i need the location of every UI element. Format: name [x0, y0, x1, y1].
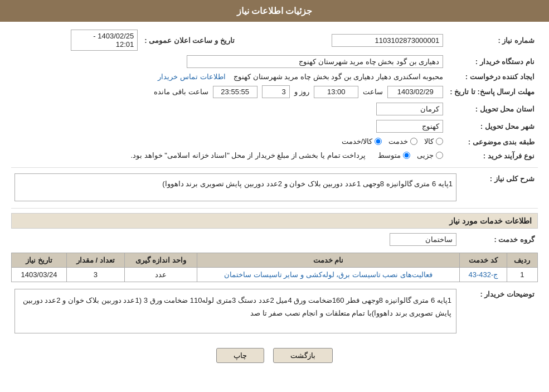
services-table-head: ردیف کد خدمت نام خدمت واحد اندازه گیری ت…	[12, 253, 538, 268]
process-radio-group: جزیی متوسط پرداخت تمام یا بخشی از مبلغ خ…	[130, 151, 443, 159]
divider-2	[11, 208, 538, 209]
deadline-time-row: 1403/02/29 ساعت 13:00 روز و 3 23:55:55 س…	[14, 85, 443, 98]
province-value: کرمان	[11, 100, 446, 118]
org-name-field: دهیاری بن گود بخش چاه مرید شهرستان کهنوج	[187, 55, 443, 68]
button-row: بازگشت چاپ	[11, 348, 538, 363]
process-jozi-radio[interactable]	[436, 152, 443, 159]
org-name-row: نام دستگاه خریدار : دهیاری بن گود بخش چا…	[11, 53, 538, 70]
service-group-value: ساختمان	[11, 231, 460, 248]
org-name-label: نام دستگاه خریدار :	[446, 53, 538, 70]
announce-field: 1403/02/25 - 12:01	[71, 30, 138, 51]
category-kala-khedmat-label: کالا/خدمت	[342, 137, 373, 146]
announce-label: تاریخ و ساعت اعلان عمومی :	[141, 27, 237, 53]
service-group-row: گروه خدمت : ساختمان	[11, 231, 538, 248]
city-value: کهنوج	[11, 118, 446, 135]
category-row: طبقه بندی موضوعی : کالا خدمت	[11, 135, 538, 149]
city-row: شهر محل تحویل : کهنوج	[11, 118, 538, 135]
services-section-title: اطلاعات خدمات مورد نیاز	[11, 213, 538, 229]
content-area: شماره نیاز : 1103102873000001 تاریخ و سا…	[0, 22, 549, 375]
process-jozi-label: جزیی	[417, 151, 434, 159]
service-group-label: گروه خدمت :	[460, 231, 538, 248]
category-khedmat: خدمت	[388, 137, 417, 146]
divider-1	[11, 167, 538, 168]
cell-date: 1403/03/24	[12, 268, 67, 282]
need-number-field: 1103102873000001	[332, 34, 443, 47]
city-field: کهنوج	[376, 120, 443, 133]
buyer-notes-table: توضیحات خریدار : 1پایه 6 متری گالوانیزه …	[11, 287, 538, 341]
org-name-value: دهیاری بن گود بخش چاه مرید شهرستان کهنوج	[11, 53, 446, 70]
category-options: کالا خدمت کالا/خدمت	[11, 135, 446, 149]
cell-row-num: 1	[507, 268, 537, 282]
buyer-notes-value: 1پایه 6 متری گالوانیزه 8وجهی فطر 160ضخام…	[11, 287, 460, 341]
info-table-top: شماره نیاز : 1103102873000001 تاریخ و سا…	[11, 27, 538, 163]
buyer-notes-row: توضیحات خریدار : 1پایه 6 متری گالوانیزه …	[11, 287, 538, 341]
process-motavaset-label: متوسط	[378, 151, 401, 159]
process-note: پرداخت تمام یا بخشی از مبلغ خریدار از مح…	[130, 151, 366, 159]
category-kala: کالا	[424, 137, 443, 146]
process-jozi: جزیی	[417, 151, 443, 159]
description-row: شرح کلی نیاز : 1پایه 6 متری گالوانیزه 8و…	[11, 171, 538, 204]
creator-label: ایجاد کننده درخواست :	[446, 70, 538, 83]
col-qty: تعداد / مقدار	[67, 253, 125, 268]
process-row: نوع فرآیند خرید : جزیی متوسط پرداخت تمام…	[11, 149, 538, 163]
cell-name[interactable]: فعالیت‌های نصب تاسیسات برق، لوله‌کشی و س…	[197, 268, 460, 282]
category-kala-khedmat: کالا/خدمت	[342, 137, 382, 146]
province-row: استان محل تحویل : کرمان	[11, 100, 538, 118]
cell-code[interactable]: ج-432-43	[460, 268, 507, 282]
category-label: طبقه بندی موضوعی :	[446, 135, 538, 149]
time-label: ساعت	[363, 88, 383, 96]
creator-field: محبوبه اسکندری دهیار دهیاری بن گود بخش چ…	[234, 72, 443, 81]
category-radio-group: کالا خدمت کالا/خدمت	[342, 137, 444, 146]
table-row: 1 ج-432-43 فعالیت‌های نصب تاسیسات برق، ل…	[12, 268, 538, 282]
services-table: ردیف کد خدمت نام خدمت واحد اندازه گیری ت…	[11, 253, 538, 282]
cell-qty: 3	[67, 268, 125, 282]
col-name: نام خدمت	[197, 253, 460, 268]
deadline-row: مهلت ارسال پاسخ: تا تاریخ : 1403/02/29 س…	[11, 83, 538, 100]
deadline-time-field: 13:00	[314, 86, 358, 98]
buyer-notes-label: توضیحات خریدار :	[460, 287, 538, 341]
service-group-table: گروه خدمت : ساختمان	[11, 231, 538, 248]
col-row-num: ردیف	[507, 253, 537, 268]
creator-row: ایجاد کننده درخواست : محبوبه اسکندری دهی…	[11, 70, 538, 83]
description-value: 1پایه 6 متری گالوانیزه 8وجهی 1عدد دوربین…	[11, 171, 460, 204]
services-table-header-row: ردیف کد خدمت نام خدمت واحد اندازه گیری ت…	[12, 253, 538, 268]
need-number-label: شماره نیاز :	[446, 27, 538, 53]
process-motavaset: متوسط	[378, 151, 410, 159]
deadline-date-field: 1403/02/29	[387, 86, 443, 98]
province-label: استان محل تحویل :	[446, 100, 538, 118]
col-code: کد خدمت	[460, 253, 507, 268]
announce-value: 1403/02/25 - 12:01	[11, 27, 141, 53]
process-value: جزیی متوسط پرداخت تمام یا بخشی از مبلغ خ…	[11, 149, 446, 163]
page-header: جزئیات اطلاعات نیاز	[0, 0, 549, 22]
back-button[interactable]: بازگشت	[273, 348, 333, 363]
cell-unit: عدد	[124, 268, 197, 282]
description-table: شرح کلی نیاز : 1پایه 6 متری گالوانیزه 8و…	[11, 171, 538, 204]
services-table-body: 1 ج-432-43 فعالیت‌های نصب تاسیسات برق، ل…	[12, 268, 538, 282]
category-kala-radio[interactable]	[436, 138, 443, 145]
description-label: شرح کلی نیاز :	[460, 171, 538, 204]
deadline-value: 1403/02/29 ساعت 13:00 روز و 3 23:55:55 س…	[11, 83, 446, 100]
page-container: جزئیات اطلاعات نیاز شماره نیاز : 1103102…	[0, 0, 549, 392]
col-date: تاریخ نیاز	[12, 253, 67, 268]
need-number-row: شماره نیاز : 1103102873000001 تاریخ و سا…	[11, 27, 538, 53]
need-number-value: 1103102873000001	[238, 27, 447, 53]
description-field: 1پایه 6 متری گالوانیزه 8وجهی 1عدد دوربین…	[14, 173, 456, 201]
deadline-remaining-field: 23:55:55	[213, 86, 258, 98]
contact-link[interactable]: اطلاعات تماس خریدار	[158, 72, 225, 81]
col-unit: واحد اندازه گیری	[124, 253, 197, 268]
category-kala-khedmat-radio[interactable]	[375, 138, 382, 145]
print-button[interactable]: چاپ	[216, 348, 264, 363]
remaining-label: ساعت باقی مانده	[154, 88, 208, 96]
page-title: جزئیات اطلاعات نیاز	[237, 6, 313, 16]
category-khedmat-radio[interactable]	[410, 138, 417, 145]
city-label: شهر محل تحویل :	[446, 118, 538, 135]
category-kala-label: کالا	[424, 137, 434, 146]
days-label: روز و	[294, 88, 310, 96]
service-group-field: ساختمان	[390, 233, 456, 246]
deadline-label: مهلت ارسال پاسخ: تا تاریخ :	[446, 83, 538, 100]
process-motavaset-radio[interactable]	[403, 152, 410, 159]
creator-value: محبوبه اسکندری دهیار دهیاری بن گود بخش چ…	[11, 70, 446, 83]
process-label: نوع فرآیند خرید :	[446, 149, 538, 163]
buyer-notes-field: 1پایه 6 متری گالوانیزه 8وجهی فطر 160ضخام…	[14, 289, 456, 333]
province-field: کرمان	[376, 103, 443, 115]
